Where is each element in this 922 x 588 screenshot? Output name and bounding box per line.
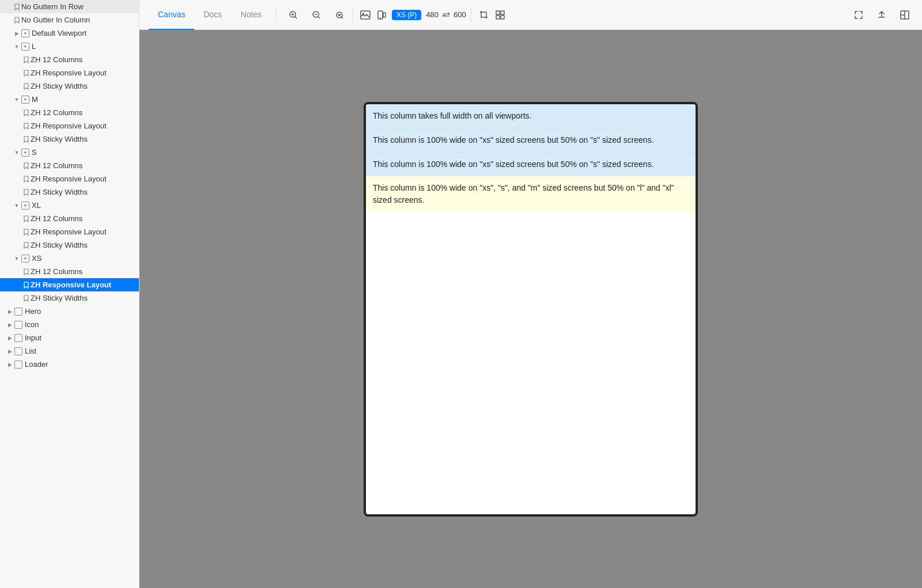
viewport-controls: XS (P) — [392, 10, 421, 20]
sidebar-item-no-gutter-in-column[interactable]: No Gutter In Column — [0, 13, 139, 26]
sidebar-item-xs-zh-sticky-widths[interactable]: ZH Sticky Widths — [0, 291, 139, 305]
zoom-in-button[interactable] — [285, 7, 301, 23]
sidebar-item-label: ZH Responsive Layout — [31, 280, 111, 289]
bookmark-icon — [23, 242, 29, 248]
layout-button[interactable] — [897, 7, 913, 23]
share-button[interactable] — [874, 7, 890, 23]
bookmark-icon — [23, 70, 29, 76]
toolbar-divider-1 — [352, 8, 353, 22]
sidebar-item-label: ZH Responsive Layout — [31, 69, 107, 77]
folder-icon — [14, 334, 22, 342]
sidebar-item-m-zh-responsive-layout[interactable]: ZH Responsive Layout — [0, 119, 139, 132]
tab-notes[interactable]: Notes — [231, 0, 271, 30]
sidebar-item-l-zh-12-columns[interactable]: ZH 12 Columns — [0, 53, 139, 66]
svg-rect-16 — [501, 11, 504, 14]
sidebar-item-label: ZH 12 Columns — [31, 108, 82, 117]
viewport-badge[interactable]: XS (P) — [392, 10, 421, 20]
sidebar-item-m-zh-sticky-widths[interactable]: ZH Sticky Widths — [0, 132, 139, 146]
collapse-icon: ▼ — [14, 97, 20, 103]
sidebar-item-label: ZH Sticky Widths — [31, 135, 88, 143]
sidebar-item-s-zh-sticky-widths[interactable]: ZH Sticky Widths — [0, 185, 139, 199]
expand-button[interactable] — [851, 7, 867, 23]
sidebar-item-s-zh-responsive-layout[interactable]: ZH Responsive Layout — [0, 172, 139, 185]
sidebar-item-label: ZH Responsive Layout — [31, 122, 107, 130]
sidebar-item-label: ZH 12 Columns — [31, 161, 82, 170]
sidebar-item-s-zh-12-columns[interactable]: ZH 12 Columns — [0, 159, 139, 172]
sidebar-item-xs-zh-responsive-layout[interactable]: ZH Responsive Layout — [0, 278, 139, 291]
svg-line-5 — [318, 16, 320, 18]
sidebar-item-xs[interactable]: ▼ + XS — [0, 252, 139, 265]
sidebar-item-xs-zh-12-columns[interactable]: ZH 12 Columns — [0, 265, 139, 278]
sidebar-item-label: M — [32, 95, 38, 104]
sidebar-item-no-gutter-in-row[interactable]: No Guttern In Row — [0, 0, 139, 13]
bookmark-icon — [23, 176, 29, 182]
bookmark-icon — [23, 84, 29, 89]
svg-rect-17 — [496, 16, 500, 19]
svg-line-1 — [294, 16, 297, 18]
toolbar-right — [851, 7, 913, 23]
sidebar-item-l-zh-responsive-layout[interactable]: ZH Responsive Layout — [0, 66, 139, 79]
content-row-1: This column takes full width on all view… — [366, 104, 696, 128]
sidebar-item-label: ZH 12 Columns — [31, 214, 82, 223]
sidebar-item-icon[interactable]: ▶ Icon — [0, 318, 139, 331]
svg-point-8 — [338, 14, 341, 16]
sidebar-item-label: ZH Sticky Widths — [31, 294, 88, 302]
image-icon-button[interactable] — [357, 7, 373, 23]
sidebar-item-label: S — [32, 148, 37, 157]
sidebar: No Guttern In Row No Gutter In Column ▶ … — [0, 0, 139, 588]
sidebar-item-label: Default Viewport — [32, 29, 86, 37]
bookmark-icon — [23, 110, 29, 116]
sidebar-item-label: L — [32, 42, 36, 51]
sidebar-item-list[interactable]: ▶ List — [0, 344, 139, 358]
sidebar-item-s[interactable]: ▼ + S — [0, 146, 139, 159]
grid-button[interactable] — [492, 7, 508, 23]
tab-canvas[interactable]: Canvas — [149, 0, 194, 30]
sidebar-item-l[interactable]: ▼ + L — [0, 40, 139, 53]
sidebar-item-xl[interactable]: ▼ + XL — [0, 199, 139, 212]
group-icon: + — [21, 255, 29, 263]
sidebar-item-xl-zh-12-columns[interactable]: ZH 12 Columns — [0, 212, 139, 225]
sidebar-item-loader[interactable]: ▶ Loader — [0, 358, 139, 371]
sidebar-item-xl-zh-sticky-widths[interactable]: ZH Sticky Widths — [0, 238, 139, 252]
collapse-icon: ▼ — [14, 256, 20, 261]
zoom-out-button[interactable] — [308, 7, 324, 23]
collapse-icon: ▼ — [14, 44, 20, 50]
group-icon: + — [21, 202, 29, 210]
group-icon: + — [21, 149, 29, 157]
collapse-icon: ▼ — [14, 203, 20, 208]
sidebar-item-label: XS — [32, 254, 41, 263]
sidebar-item-label: Hero — [25, 307, 41, 316]
content-row-3: This column is 100% wide on "xs" sized s… — [366, 152, 696, 176]
bookmark-icon — [23, 282, 29, 288]
sidebar-item-m[interactable]: ▼ + M — [0, 93, 139, 106]
crop-button[interactable] — [476, 7, 492, 23]
sidebar-item-label: Input — [25, 333, 41, 342]
sidebar-item-label: ZH 12 Columns — [31, 55, 82, 64]
expand-icon: ▶ — [14, 31, 20, 36]
group-icon: + — [21, 29, 29, 37]
tab-docs[interactable]: Docs — [194, 0, 231, 30]
sidebar-item-label: ZH Sticky Widths — [31, 188, 88, 196]
bookmark-icon — [23, 163, 29, 169]
sidebar-item-hero[interactable]: ▶ Hero — [0, 305, 139, 318]
sidebar-item-m-zh-12-columns[interactable]: ZH 12 Columns — [0, 106, 139, 119]
toolbar-divider-2 — [471, 8, 471, 22]
sidebar-item-input[interactable]: ▶ Input — [0, 331, 139, 344]
zoom-reset-button[interactable] — [331, 7, 347, 23]
sidebar-item-label: No Guttern In Row — [21, 2, 84, 11]
expand-icon: ▶ — [7, 362, 13, 367]
sidebar-item-l-zh-sticky-widths[interactable]: ZH Sticky Widths — [0, 79, 139, 93]
phone-content: This column takes full width on all view… — [366, 104, 696, 514]
dimension-display: 480 600 — [426, 10, 466, 19]
device-icon-button[interactable] — [373, 7, 390, 23]
expand-icon: ▶ — [7, 309, 13, 314]
main-area: Canvas Docs Notes — [139, 0, 922, 588]
expand-icon: ▶ — [7, 335, 13, 341]
expand-icon: ▶ — [7, 348, 13, 354]
bookmark-icon — [23, 136, 29, 142]
sidebar-item-label: ZH Sticky Widths — [31, 82, 88, 90]
sidebar-item-default-viewport[interactable]: ▶ + Default Viewport — [0, 26, 139, 40]
sidebar-item-label: ZH 12 Columns — [31, 267, 82, 276]
sidebar-item-xl-zh-responsive-layout[interactable]: ZH Responsive Layout — [0, 225, 139, 238]
expand-icon: ▶ — [7, 322, 13, 328]
